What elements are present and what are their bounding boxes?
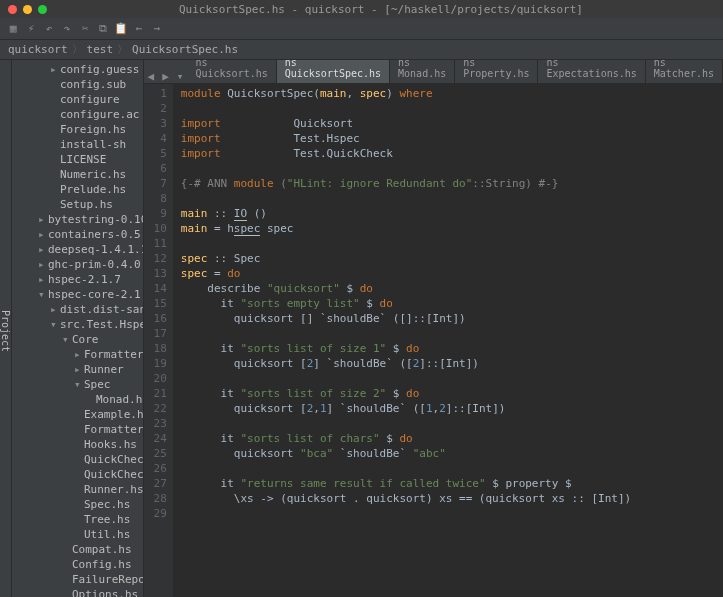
tree-item[interactable]: ▸Runner [12, 362, 143, 377]
tree-item[interactable]: ▾Core [12, 332, 143, 347]
tree-item-label: Runner [84, 363, 124, 376]
tree-twisty-icon[interactable]: ▸ [38, 227, 48, 242]
editor-tab[interactable]: hs Monad.hs [390, 60, 455, 83]
back-icon[interactable]: ← [132, 22, 146, 36]
tree-item-label: hspec-core-2.1.7 [48, 288, 144, 301]
editor-tab[interactable]: hs Property.hs [455, 60, 538, 83]
crumb-file[interactable]: QuicksortSpec.hs [132, 43, 238, 56]
tree-item[interactable]: ▾hspec-core-2.1.7 [12, 287, 143, 302]
tree-item[interactable]: ▾Spec [12, 377, 143, 392]
tree-item-label: src.Test.Hspec [60, 318, 144, 331]
tree-item-label: Tree.hs [84, 513, 130, 526]
tree-item[interactable]: Tree.hs [12, 512, 143, 527]
tree-twisty-icon[interactable]: ▸ [38, 257, 48, 272]
paste-icon[interactable]: 📋 [114, 22, 128, 36]
zoom-icon[interactable] [38, 5, 47, 14]
chevron-right-icon: 〉 [72, 42, 83, 57]
tab-nav-right-icon[interactable]: ▶ [158, 70, 173, 83]
tree-twisty-icon[interactable]: ▸ [50, 302, 60, 317]
project-tree[interactable]: ▸config.guessconfig.subconfigureconfigur… [12, 60, 144, 597]
tree-item[interactable]: ▸config.guess [12, 62, 143, 77]
tree-item-label: Formatters [84, 348, 144, 361]
crumb-root[interactable]: quicksort [8, 43, 68, 56]
undo-icon[interactable]: ↶ [42, 22, 56, 36]
tree-item[interactable]: configure [12, 92, 143, 107]
tree-twisty-icon[interactable]: ▸ [74, 362, 84, 377]
redo-icon[interactable]: ↷ [60, 22, 74, 36]
tree-item[interactable]: configure.ac [12, 107, 143, 122]
editor-tab[interactable]: hs QuicksortSpec.hs [277, 60, 390, 83]
tree-item-label: Runner.hs [84, 483, 144, 496]
tree-item[interactable]: config.sub [12, 77, 143, 92]
tree-item[interactable]: Numeric.hs [12, 167, 143, 182]
tree-twisty-icon[interactable]: ▾ [38, 287, 48, 302]
tree-item-label: Spec [84, 378, 111, 391]
line-gutter: 1234567891011121314151617181920212223242… [144, 84, 173, 597]
tree-item[interactable]: ▸hspec-2.1.7 [12, 272, 143, 287]
tree-item[interactable]: ▸Formatters [12, 347, 143, 362]
tree-item[interactable]: ▸deepseq-1.4.1.1 [12, 242, 143, 257]
window-title: QuicksortSpec.hs - quicksort - [~/haskel… [47, 3, 715, 16]
tree-item-label: Setup.hs [60, 198, 113, 211]
tree-item[interactable]: FailureReport.hs [12, 572, 143, 587]
tree-item-label: Core [72, 333, 99, 346]
tree-item[interactable]: QuickCheck.hs [12, 452, 143, 467]
tree-item[interactable]: Example.hs [12, 407, 143, 422]
tree-item-label: Numeric.hs [60, 168, 126, 181]
tree-item[interactable]: Compat.hs [12, 542, 143, 557]
tree-item-label: Options.hs [72, 588, 138, 597]
project-tool-tab[interactable]: Project [0, 60, 12, 597]
tree-twisty-icon[interactable]: ▸ [38, 272, 48, 287]
tree-item[interactable]: ▸dist.dist-sandbox-fb45a55d [12, 302, 143, 317]
tree-item[interactable]: ▸ghc-prim-0.4.0.0 [12, 257, 143, 272]
open-icon[interactable]: ▦ [6, 22, 20, 36]
tree-twisty-icon[interactable]: ▸ [38, 212, 48, 227]
tree-twisty-icon[interactable]: ▸ [38, 242, 48, 257]
minimize-icon[interactable] [23, 5, 32, 14]
tree-item[interactable]: Hooks.hs [12, 437, 143, 452]
tree-item[interactable]: QuickCheckUtil.hs [12, 467, 143, 482]
code-editor[interactable]: 1234567891011121314151617181920212223242… [144, 84, 723, 597]
tab-nav-left-icon[interactable]: ◀ [144, 70, 159, 83]
tree-item[interactable]: Options.hs [12, 587, 143, 597]
tree-twisty-icon[interactable]: ▸ [74, 347, 84, 362]
tab-dropdown-icon[interactable]: ▾ [173, 70, 188, 83]
editor-tab[interactable]: hs Matcher.hs [646, 60, 723, 83]
tree-item[interactable]: Monad.hs [12, 392, 143, 407]
tree-item[interactable]: ▸bytestring-0.10.6.0 [12, 212, 143, 227]
crumb-folder[interactable]: test [87, 43, 114, 56]
editor-tabs: ◀ ▶ ▾ hs Quicksort.hshs QuicksortSpec.hs… [144, 60, 723, 84]
tree-twisty-icon[interactable]: ▾ [74, 377, 84, 392]
tree-item[interactable]: Spec.hs [12, 497, 143, 512]
tree-item-label: configure.ac [60, 108, 139, 121]
chevron-right-icon: 〉 [117, 42, 128, 57]
close-icon[interactable] [8, 5, 17, 14]
tree-item-label: Hooks.hs [84, 438, 137, 451]
tree-item[interactable]: LICENSE [12, 152, 143, 167]
tree-item-label: QuickCheckUtil.hs [84, 468, 144, 481]
tree-item[interactable]: Runner.hs [12, 482, 143, 497]
tree-twisty-icon[interactable]: ▸ [50, 62, 60, 77]
tree-twisty-icon[interactable]: ▾ [62, 332, 72, 347]
tree-item[interactable]: ▾src.Test.Hspec [12, 317, 143, 332]
cut-icon[interactable]: ✂ [78, 22, 92, 36]
tree-item[interactable]: Formatters.hs [12, 422, 143, 437]
editor-tab[interactable]: hs Quicksort.hs [187, 60, 276, 83]
tree-item[interactable]: ▸containers-0.5.6.2 [12, 227, 143, 242]
editor-tab[interactable]: hs Expectations.hs [538, 60, 645, 83]
window-titlebar: QuicksortSpec.hs - quicksort - [~/haskel… [0, 0, 723, 18]
forward-icon[interactable]: → [150, 22, 164, 36]
tree-item[interactable]: Foreign.hs [12, 122, 143, 137]
tree-item[interactable]: install-sh [12, 137, 143, 152]
tree-item-label: Config.hs [72, 558, 132, 571]
code-content[interactable]: module QuicksortSpec(main, spec) where i… [173, 84, 639, 597]
tree-item[interactable]: Prelude.hs [12, 182, 143, 197]
tree-item-label: config.sub [60, 78, 126, 91]
copy-icon[interactable]: ⧉ [96, 22, 110, 36]
tree-item[interactable]: Config.hs [12, 557, 143, 572]
save-icon[interactable]: ⚡ [24, 22, 38, 36]
tree-twisty-icon[interactable]: ▾ [50, 317, 60, 332]
tree-item[interactable]: Setup.hs [12, 197, 143, 212]
tree-item[interactable]: Util.hs [12, 527, 143, 542]
tree-item-label: dist.dist-sandbox-fb45a55d [60, 303, 144, 316]
